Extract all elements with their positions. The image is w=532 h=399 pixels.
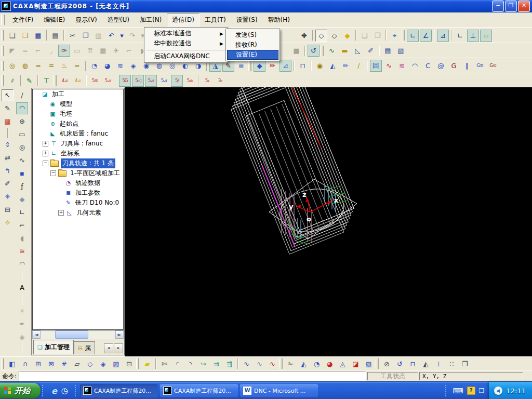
tree-item[interactable]: ◉模型 — [33, 99, 123, 109]
menu-item[interactable]: 接收(R) — [227, 40, 278, 50]
sketch-check-icon[interactable]: ✐ — [365, 45, 377, 57]
tree-item[interactable]: ◔轨迹数据 — [33, 178, 123, 188]
axis3to5-icon[interactable]: 3₅ — [214, 75, 226, 87]
tree-item[interactable]: −刀具轨迹 : 共 1 条 — [33, 158, 123, 168]
tree-horizontal-scrollbar[interactable]: ◄ ► — [32, 330, 124, 339]
plane-copy-icon[interactable]: ❐ — [459, 358, 471, 370]
formula-curve-icon[interactable]: ƒ — [16, 180, 28, 192]
axis5-lines-icon[interactable]: 5≋ — [89, 75, 101, 87]
start-button[interactable]: 开始 — [0, 383, 41, 398]
toolbar-grip[interactable] — [1, 61, 4, 71]
toolbar-grip[interactable] — [1, 46, 4, 56]
offset-arrow-icon[interactable]: ⇉ — [210, 358, 222, 370]
rotate-view-icon[interactable]: ↺ — [308, 45, 320, 57]
toolbar-grip[interactable] — [1, 75, 4, 86]
menu-1[interactable]: 文件(F) — [7, 14, 38, 26]
scroll-right-icon[interactable]: ► — [115, 330, 124, 339]
tree-item[interactable]: +⊤刀具库 : fanuc — [33, 139, 123, 149]
command-input[interactable] — [19, 371, 366, 381]
mill-zigzag-icon[interactable]: ≋ — [114, 60, 126, 72]
arc-icon[interactable]: ◠ — [16, 102, 28, 114]
fplus-box-icon[interactable]: ⊞ — [32, 358, 44, 370]
telescope-zoom-icon[interactable]: ⌖ — [389, 30, 401, 42]
g01-check-icon[interactable]: G — [448, 60, 460, 72]
menu-2[interactable]: 编辑(E) — [38, 14, 70, 26]
toolbar-grip[interactable] — [136, 358, 139, 369]
array-grid-icon[interactable]: ∷ — [446, 358, 458, 370]
rainbow-lines-icon[interactable]: ≋ — [396, 60, 408, 72]
set-square-icon[interactable]: ◺ — [352, 45, 364, 57]
bell-axis-icon[interactable]: ⊥ — [433, 358, 445, 370]
taskbar-button[interactable]: CAXA制造工程师20... — [80, 384, 158, 397]
toolbar-grip[interactable] — [248, 61, 251, 71]
toolbar-grip[interactable] — [280, 358, 283, 369]
axis-align-icon[interactable]: ⊥ — [467, 30, 479, 42]
scheduler-icon[interactable]: ◷ — [61, 386, 68, 395]
engrave-icon[interactable]: ✏ — [267, 60, 278, 72]
revolve-surface-icon[interactable]: ◠ — [16, 258, 28, 270]
fplus-tri-icon[interactable]: ⊠ — [45, 358, 57, 370]
axis-corner-icon[interactable]: ∟ — [454, 30, 466, 42]
sheet-update-icon[interactable]: ✑ — [58, 45, 70, 57]
coord-rotate-icon[interactable]: ∠ — [420, 30, 432, 42]
macro-doc-icon[interactable]: ▤ — [382, 45, 394, 57]
ruled-surface-icon[interactable]: ≋ — [16, 245, 28, 257]
layer-lines-icon[interactable]: ≣ — [235, 60, 247, 72]
mill-shell-icon[interactable]: ◆ — [254, 60, 265, 72]
restore-button[interactable]: ❐ — [505, 1, 517, 12]
red-curve-icon[interactable]: ∿ — [383, 60, 395, 72]
mill-pocket-icon[interactable]: ◈ — [127, 60, 139, 72]
tree-item[interactable]: ≣加工参数 — [33, 188, 123, 198]
trim-scissors-icon[interactable]: ✄ — [158, 358, 170, 370]
toolbar-grip[interactable] — [321, 46, 324, 56]
tree-item[interactable]: +∟坐标系 — [33, 149, 123, 158]
surface-cut-icon[interactable]: ◪ — [350, 358, 362, 370]
scroll-left-icon[interactable]: ◄ — [32, 330, 41, 339]
axis5-tri-icon[interactable]: 5⊿ — [102, 75, 114, 87]
select-pointer-icon[interactable]: ↖ — [2, 89, 14, 101]
coord-z-axis-icon[interactable]: ∟ — [407, 30, 419, 42]
close-button[interactable]: ✕ — [518, 1, 530, 12]
menu-9[interactable]: 帮助(H) — [263, 14, 295, 26]
print-icon[interactable]: ▤ — [49, 30, 61, 42]
tree-item[interactable]: +◺几何元素 — [33, 208, 123, 218]
axis5-curve-icon[interactable]: 5⊿ — [158, 75, 170, 87]
tool-tee-icon[interactable]: ⊤ — [41, 75, 52, 87]
bell-surface-icon[interactable]: ∩ — [19, 358, 31, 370]
circle-trim-icon[interactable]: ⊘ — [381, 358, 393, 370]
gcode-list-icon[interactable]: G≡ — [474, 60, 486, 72]
axis5-slant-icon[interactable]: 5∕ — [171, 75, 183, 87]
menu-8[interactable]: 设置(S) — [231, 14, 263, 26]
undo-icon[interactable]: ↶ — [105, 30, 117, 42]
lathe-groove-icon[interactable]: ♒ — [45, 60, 57, 72]
surface-trim-icon[interactable]: ✁ — [285, 358, 297, 370]
multi-line-icon[interactable]: ∥ — [461, 60, 473, 72]
solid-display-icon[interactable]: ◆ — [341, 30, 353, 42]
chamfer-path-icon[interactable]: ⊿ — [280, 60, 291, 72]
local-axis-icon[interactable]: ∟ — [16, 206, 28, 218]
lathe-rough-icon[interactable]: ◎ — [6, 60, 18, 72]
mill-contour-icon[interactable]: ◕ — [101, 60, 113, 72]
pan-view-icon[interactable]: ✥ — [298, 30, 310, 42]
wireframe-display-icon[interactable]: ◇ — [315, 30, 327, 42]
point-icon[interactable]: ▪ — [16, 167, 28, 179]
dimension-edit-icon[interactable]: ⇕ — [2, 139, 14, 151]
menu-6[interactable]: 通信(D) — [167, 14, 200, 26]
frame-spiral-icon[interactable]: 回 — [370, 60, 382, 72]
menu-5[interactable]: 加工(N) — [135, 14, 167, 26]
expand-icon[interactable]: + — [58, 210, 64, 216]
keyboard-ime-icon[interactable]: ⌨ — [453, 387, 463, 395]
tri-path-icon[interactable]: ◭ — [327, 60, 339, 72]
corner-arrow-icon[interactable]: ↰ — [2, 165, 14, 177]
graphics-viewport[interactable]: x y z o — [125, 87, 532, 356]
mirror-icon[interactable]: ◭ — [420, 358, 432, 370]
surface-blob-icon[interactable]: ◖ — [16, 232, 28, 244]
menubar-grip[interactable] — [1, 15, 5, 25]
axis5-left-icon[interactable]: 5◁ — [132, 75, 144, 87]
coord-plane-icon[interactable]: ⊿ — [437, 30, 449, 42]
snail-path-icon[interactable]: @ — [435, 60, 447, 72]
tree-item[interactable]: ✎铣刀 D10 No:0 — [33, 198, 123, 208]
ruler-icon[interactable]: ▬ — [339, 45, 351, 57]
surface-fan-red-icon[interactable]: ◕ — [324, 358, 336, 370]
axis5-limit-icon[interactable]: 5≐ — [184, 75, 196, 87]
